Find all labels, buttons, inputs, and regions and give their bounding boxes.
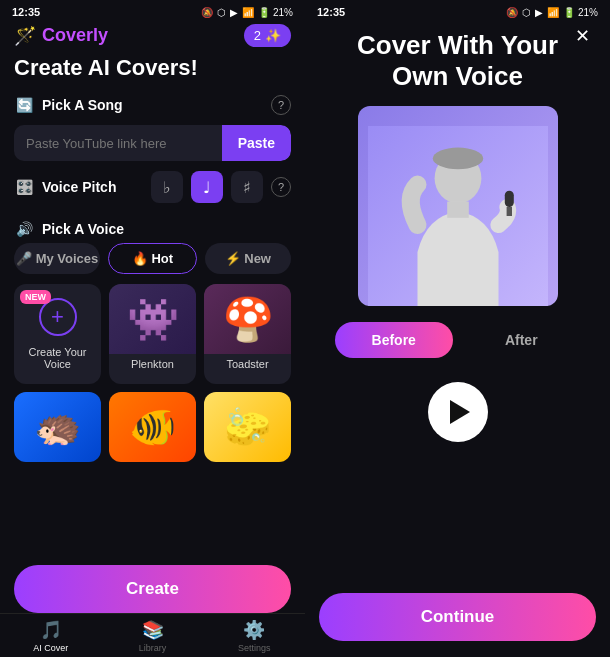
nav-ai-cover-label: AI Cover <box>33 643 68 653</box>
voice-pitch-label: 🎛️ Voice Pitch <box>14 177 143 197</box>
create-button-container: Create <box>14 565 291 613</box>
person-silhouette <box>358 106 558 306</box>
time-left: 12:35 <box>12 6 40 18</box>
plenkton-img: 👾 <box>109 284 196 354</box>
nav-ai-cover[interactable]: 🎵 AI Cover <box>0 614 102 657</box>
svg-rect-4 <box>504 191 513 207</box>
play-icon <box>450 400 470 424</box>
badge-button[interactable]: 2 ✨ <box>244 24 291 47</box>
voice-card-toadster[interactable]: 🍄 Toadster <box>204 284 291 384</box>
toadster-name: Toadster <box>222 354 272 370</box>
logo-icon: 🪄 <box>14 25 36 47</box>
header-row: 🪄 Coverly 2 ✨ <box>0 20 305 53</box>
person-svg <box>368 126 548 306</box>
create-button[interactable]: Create <box>14 565 291 613</box>
song-icon: 🔄 <box>14 95 34 115</box>
url-input-row: Paste <box>14 125 291 161</box>
badge-icon: ✨ <box>265 28 281 43</box>
create-voice-card[interactable]: NEW + Create Your Voice <box>14 284 101 384</box>
tab-my-voices[interactable]: 🎤 My Voices <box>14 243 100 274</box>
paste-button[interactable]: Paste <box>222 125 291 161</box>
tab-new[interactable]: ⚡ New <box>205 243 291 274</box>
svg-point-2 <box>432 148 482 170</box>
tab-hot[interactable]: 🔥 Hot <box>108 243 196 274</box>
continue-button-container: Continue <box>319 593 596 641</box>
plenkton-name: Plenkton <box>127 354 178 370</box>
pitch-up-btn[interactable]: ♯ <box>231 171 263 203</box>
logo-name: Coverly <box>42 25 108 46</box>
pitch-icon: 🎛️ <box>14 177 34 197</box>
voice-card-plenkton[interactable]: 👾 Plenkton <box>109 284 196 384</box>
pick-song-header: 🔄 Pick A Song ? <box>0 91 305 119</box>
create-voice-name: Create Your Voice <box>20 342 95 370</box>
voice-card-sonic[interactable]: 🦔 <box>14 392 101 462</box>
before-button[interactable]: Before <box>335 322 453 358</box>
pitch-neutral-btn[interactable]: ♩ <box>191 171 223 203</box>
page-title: Create AI Covers! <box>0 53 305 91</box>
voice-grid-top: NEW + Create Your Voice 👾 Plenkton 🍄 Toa… <box>0 284 305 384</box>
left-panel: 12:35 🔕 ⬡ ▶ 📶 🔋 21% 🪄 Coverly 2 ✨ Create… <box>0 0 305 657</box>
badge-count: 2 <box>254 28 261 43</box>
before-after-row: Before After <box>305 322 610 358</box>
play-button[interactable] <box>428 382 488 442</box>
pick-voice-header: 🔊 Pick A Voice <box>0 215 305 243</box>
continue-button[interactable]: Continue <box>319 593 596 641</box>
pitch-help-icon[interactable]: ? <box>271 177 291 197</box>
nav-settings-icon: ⚙️ <box>243 619 265 641</box>
close-button[interactable]: ✕ <box>568 22 596 50</box>
url-input[interactable] <box>14 126 222 161</box>
right-panel: 12:35 🔕 ⬡ ▶ 📶 🔋 21% ✕ Cover With Your Ow… <box>305 0 610 657</box>
pitch-down-btn[interactable]: ♭ <box>151 171 183 203</box>
bottom-nav: 🎵 AI Cover 📚 Library ⚙️ Settings <box>0 613 305 657</box>
svg-rect-5 <box>506 207 511 216</box>
nav-ai-cover-icon: 🎵 <box>40 619 62 641</box>
toadster-img: 🍄 <box>204 284 291 354</box>
svg-rect-3 <box>447 202 469 218</box>
status-icons-right: 🔕 ⬡ ▶ 📶 🔋 21% <box>506 7 598 18</box>
nav-library-label: Library <box>139 643 167 653</box>
voice-icon: 🔊 <box>14 219 34 239</box>
after-button[interactable]: After <box>463 322 581 358</box>
voices-section: 🔊 Pick A Voice 🎤 My Voices 🔥 Hot ⚡ New N… <box>0 207 305 470</box>
pick-voice-label: 🔊 Pick A Voice <box>14 219 124 239</box>
status-bar-right: 12:35 🔕 ⬡ ▶ 📶 🔋 21% <box>305 0 610 20</box>
voice-card-monster[interactable]: 🐠 <box>109 392 196 462</box>
song-help-icon[interactable]: ? <box>271 95 291 115</box>
status-bar-left: 12:35 🔕 ⬡ ▶ 📶 🔋 21% <box>0 0 305 20</box>
nav-settings-label: Settings <box>238 643 271 653</box>
voice-demo-image <box>358 106 558 306</box>
status-icons-left: 🔕 ⬡ ▶ 📶 🔋 21% <box>201 7 293 18</box>
nav-library[interactable]: 📚 Library <box>102 614 204 657</box>
nav-settings[interactable]: ⚙️ Settings <box>203 614 305 657</box>
voice-card-sponge[interactable]: 🧽 <box>204 392 291 462</box>
right-title: Cover With Your Own Voice <box>305 20 610 106</box>
time-right: 12:35 <box>317 6 345 18</box>
logo: 🪄 Coverly <box>14 25 108 47</box>
voice-pitch-row: 🎛️ Voice Pitch ♭ ♩ ♯ ? <box>0 167 305 207</box>
voice-tabs: 🎤 My Voices 🔥 Hot ⚡ New <box>0 243 305 284</box>
new-badge: NEW <box>20 290 51 304</box>
nav-library-icon: 📚 <box>142 619 164 641</box>
pick-song-label: 🔄 Pick A Song <box>14 95 123 115</box>
voice-grid-bottom: 🦔 🐠 🧽 <box>0 384 305 462</box>
